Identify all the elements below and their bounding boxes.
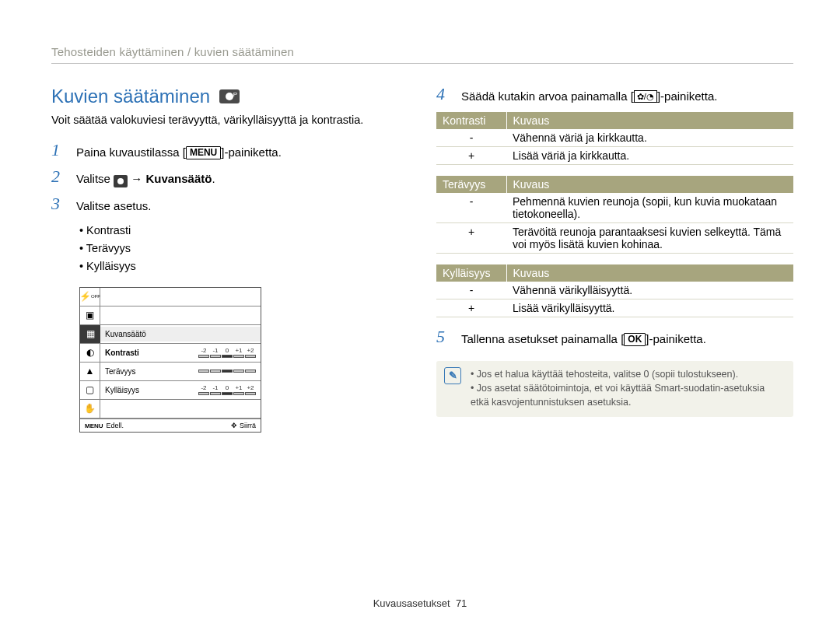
table-row: +Terävöitä reunoja parantaaksesi kuvien …: [436, 223, 793, 254]
step-text: Valitse asetus.: [76, 195, 151, 214]
table-row: +Lisää värikylläisyyttä.: [436, 299, 793, 317]
step-1: 1 Paina kuvaustilassa [MENU]-painiketta.: [51, 142, 408, 160]
table-row: -Vähennä väriä ja kirkkautta.: [436, 129, 793, 147]
step-text: Säädä kutakin arvoa painamalla [✿/◔]-pai…: [461, 86, 717, 104]
top-rule: [51, 63, 793, 64]
page-title: Kuvien säätäminen: [51, 86, 408, 107]
menu-key-icon: MENU: [85, 422, 103, 429]
step-3: 3 Valitse asetus.: [51, 195, 408, 214]
mockup-row: ✋: [80, 400, 261, 419]
mockup-footer: MENUEdell. ✥ Siirrä: [80, 419, 261, 432]
setting-bullets: Kontrasti Terävyys Kylläisyys: [79, 222, 408, 276]
frame-icon: ▢: [80, 381, 100, 399]
note-item: Jos asetat säätötoimintoja, et voi käytt…: [471, 381, 784, 409]
note-box: ✎ Jos et halua käyttää tehosteita, valit…: [436, 361, 793, 417]
page-footer: Kuvausasetukset 71: [0, 597, 840, 609]
sharpness-icon: ▲: [80, 363, 100, 380]
step-text: Paina kuvaustilassa [MENU]-painiketta.: [76, 142, 282, 160]
hand-icon: ✋: [80, 400, 100, 418]
steps-left: 1 Paina kuvaustilassa [MENU]-painiketta.…: [51, 142, 408, 214]
step-number: 2: [51, 168, 68, 185]
contrast-icon: ◐: [80, 344, 100, 362]
step-number: 4: [436, 86, 453, 103]
flash-off-icon: ⚡OFF: [80, 288, 100, 306]
mockup-header-label: Kuvansäätö: [100, 327, 261, 342]
mockup-row-kyllaisyys: ▢ Kylläisyys -2-10+1+2: [80, 381, 261, 400]
step-4: 4 Säädä kutakin arvoa painamalla [✿/◔]-p…: [436, 86, 793, 104]
dpad-icon: ✥: [231, 422, 240, 429]
intro-text: Voit säätää valokuviesi terävyyttä, väri…: [51, 114, 408, 126]
bullet-kontrasti: Kontrasti: [79, 222, 408, 240]
mockup-row-teravyys: ▲ Terävyys: [80, 363, 261, 381]
menu-key-icon: MENU: [186, 146, 221, 159]
note-icon: ✎: [444, 367, 461, 384]
left-column: Kuvien säätäminen Voit säätää valokuvies…: [51, 86, 408, 433]
right-column: 4 Säädä kutakin arvoa painamalla [✿/◔]-p…: [436, 86, 793, 433]
table-kyllaisyys: KylläisyysKuvaus -Vähennä värikylläisyyt…: [436, 264, 793, 317]
ev-icon: ▣: [80, 306, 100, 324]
note-list: Jos et halua käyttää tehosteita, valitse…: [471, 367, 784, 409]
table-row: -Vähennä värikylläisyyttä.: [436, 282, 793, 299]
mockup-header-row: ▦ Kuvansäätö: [80, 325, 261, 344]
step-number: 1: [51, 142, 68, 159]
page-title-text: Kuvien säätäminen: [51, 86, 210, 107]
step-text: Valitse → Kuvansäätö.: [76, 168, 215, 187]
table-row: -Pehmennä kuvien reunoja (sopii, kun kuv…: [436, 193, 793, 223]
step-5: 5 Tallenna asetukset painamalla [OK]-pai…: [436, 328, 793, 347]
mockup-row: ▣: [80, 306, 261, 325]
camera-mode-icon: [114, 175, 128, 187]
ok-key-icon: OK: [624, 333, 646, 346]
step-number: 3: [51, 195, 68, 212]
macro-timer-icons: ✿/◔: [634, 90, 657, 103]
step-2: 2 Valitse → Kuvansäätö.: [51, 168, 408, 187]
bullet-kyllaisyys: Kylläisyys: [79, 257, 408, 275]
table-row: +Lisää väriä ja kirkkautta.: [436, 147, 793, 165]
adjust-icon: ▦: [80, 325, 100, 343]
step-text: Tallenna asetukset painamalla [OK]-paini…: [461, 328, 706, 347]
camera-screen-mockup: ⚡OFF ▣ ▦ Kuvansäätö ◐ Kontrasti -2-10+1+…: [79, 287, 261, 433]
mockup-row: ⚡OFF: [80, 288, 261, 306]
mockup-row-kontrasti: ◐ Kontrasti -2-10+1+2: [80, 344, 261, 363]
table-teravyys: TerävyysKuvaus -Pehmennä kuvien reunoja …: [436, 176, 793, 254]
program-mode-icon: [219, 89, 240, 103]
step-number: 5: [436, 328, 453, 345]
bullet-teravyys: Terävyys: [79, 240, 408, 257]
table-kontrasti: KontrastiKuvaus -Vähennä väriä ja kirkka…: [436, 112, 793, 165]
note-item: Jos et halua käyttää tehosteita, valitse…: [471, 367, 784, 381]
breadcrumb: Tehosteiden käyttäminen / kuvien säätämi…: [51, 45, 793, 58]
